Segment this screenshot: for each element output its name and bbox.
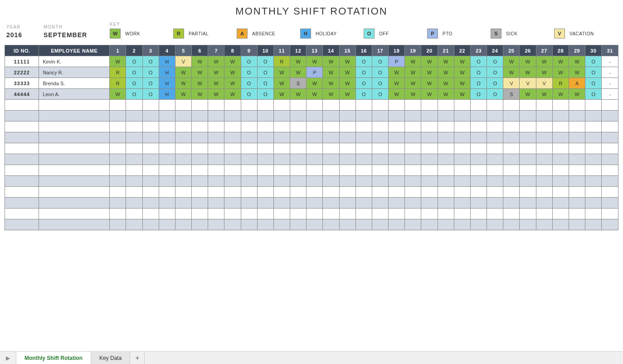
- cell-shift[interactable]: [339, 121, 355, 132]
- cell-shift[interactable]: O: [372, 67, 388, 78]
- cell-shift[interactable]: [503, 121, 520, 132]
- cell-shift[interactable]: W: [273, 89, 290, 100]
- cell-shift[interactable]: O: [470, 56, 487, 67]
- cell-shift[interactable]: [503, 100, 520, 111]
- cell-shift[interactable]: [290, 219, 307, 230]
- cell-shift[interactable]: [355, 176, 372, 187]
- cell-shift[interactable]: O: [487, 56, 503, 67]
- cell-shift[interactable]: [175, 111, 191, 121]
- year-value[interactable]: 2016: [6, 31, 44, 39]
- cell-shift[interactable]: [323, 111, 339, 121]
- cell-shift[interactable]: [307, 165, 323, 176]
- cell-id[interactable]: 33333: [5, 78, 39, 89]
- cell-shift[interactable]: [192, 219, 208, 230]
- cell-shift[interactable]: W: [290, 89, 307, 100]
- cell-shift[interactable]: [224, 176, 241, 187]
- cell-shift[interactable]: [372, 111, 388, 121]
- cell-shift[interactable]: [438, 132, 454, 143]
- cell-shift[interactable]: O: [142, 56, 159, 67]
- cell-shift[interactable]: [126, 143, 142, 154]
- cell-shift[interactable]: A: [569, 78, 585, 89]
- cell-shift[interactable]: W: [208, 67, 224, 78]
- cell-shift[interactable]: [339, 165, 355, 176]
- cell-shift[interactable]: [241, 219, 257, 230]
- cell-shift[interactable]: [503, 209, 520, 219]
- cell-shift[interactable]: [405, 176, 421, 187]
- cell-shift[interactable]: V: [175, 56, 191, 67]
- cell-shift[interactable]: [355, 154, 372, 165]
- cell-shift[interactable]: [273, 176, 290, 187]
- cell-shift[interactable]: -: [602, 56, 618, 67]
- cell-shift[interactable]: [257, 198, 273, 209]
- cell-shift[interactable]: [487, 132, 503, 143]
- cell-shift[interactable]: O: [372, 56, 388, 67]
- cell-shift[interactable]: [372, 121, 388, 132]
- cell-shift[interactable]: [454, 209, 470, 219]
- cell-shift[interactable]: [273, 143, 290, 154]
- cell-shift[interactable]: [602, 111, 618, 121]
- cell-shift[interactable]: [110, 143, 126, 154]
- cell-shift[interactable]: W: [192, 89, 208, 100]
- cell-shift[interactable]: H: [159, 67, 175, 78]
- cell-shift[interactable]: W: [503, 56, 520, 67]
- cell-shift[interactable]: [126, 187, 142, 198]
- cell-shift[interactable]: [585, 111, 602, 121]
- cell-shift[interactable]: O: [126, 56, 142, 67]
- cell-shift[interactable]: [224, 219, 241, 230]
- cell-shift[interactable]: W: [339, 56, 355, 67]
- cell-shift[interactable]: W: [224, 56, 241, 67]
- cell-shift[interactable]: W: [175, 78, 191, 89]
- cell-shift[interactable]: O: [126, 67, 142, 78]
- cell-shift[interactable]: [110, 209, 126, 219]
- cell-shift[interactable]: [159, 198, 175, 209]
- cell-shift[interactable]: [224, 121, 241, 132]
- cell-shift[interactable]: [175, 143, 191, 154]
- cell-shift[interactable]: [552, 111, 569, 121]
- cell-shift[interactable]: [503, 143, 520, 154]
- cell-shift[interactable]: [552, 219, 569, 230]
- cell-name[interactable]: [39, 209, 110, 219]
- cell-shift[interactable]: [355, 165, 372, 176]
- cell-shift[interactable]: [192, 100, 208, 111]
- cell-shift[interactable]: [536, 219, 552, 230]
- cell-shift[interactable]: [257, 165, 273, 176]
- cell-shift[interactable]: R: [273, 56, 290, 67]
- cell-shift[interactable]: [454, 111, 470, 121]
- cell-shift[interactable]: W: [323, 78, 339, 89]
- cell-shift[interactable]: [126, 154, 142, 165]
- cell-shift[interactable]: [175, 121, 191, 132]
- cell-shift[interactable]: [470, 187, 487, 198]
- tab-nav-icon[interactable]: ▶: [0, 352, 16, 364]
- cell-shift[interactable]: [290, 143, 307, 154]
- table-row[interactable]: [5, 187, 618, 198]
- cell-shift[interactable]: [569, 132, 585, 143]
- cell-shift[interactable]: -: [602, 67, 618, 78]
- cell-shift[interactable]: W: [536, 89, 552, 100]
- cell-shift[interactable]: V: [503, 78, 520, 89]
- rotation-table[interactable]: ID NO.EMPLOYEE NAME123456789101112131415…: [5, 45, 618, 230]
- cell-shift[interactable]: [142, 219, 159, 230]
- cell-shift[interactable]: S: [503, 89, 520, 100]
- cell-shift[interactable]: [142, 100, 159, 111]
- cell-shift[interactable]: [208, 176, 224, 187]
- cell-id[interactable]: [5, 187, 39, 198]
- cell-shift[interactable]: [339, 176, 355, 187]
- cell-shift[interactable]: W: [389, 78, 405, 89]
- cell-shift[interactable]: [389, 219, 405, 230]
- cell-shift[interactable]: [192, 143, 208, 154]
- cell-shift[interactable]: O: [470, 78, 487, 89]
- cell-shift[interactable]: [290, 154, 307, 165]
- cell-shift[interactable]: [307, 219, 323, 230]
- cell-name[interactable]: [39, 198, 110, 209]
- cell-shift[interactable]: W: [273, 67, 290, 78]
- cell-shift[interactable]: [569, 111, 585, 121]
- cell-shift[interactable]: [520, 154, 536, 165]
- cell-name[interactable]: Kevin K.: [39, 56, 110, 67]
- cell-shift[interactable]: [192, 176, 208, 187]
- cell-name[interactable]: [39, 100, 110, 111]
- cell-shift[interactable]: [142, 132, 159, 143]
- cell-shift[interactable]: [372, 154, 388, 165]
- cell-shift[interactable]: [454, 132, 470, 143]
- cell-shift[interactable]: [208, 132, 224, 143]
- cell-shift[interactable]: [307, 143, 323, 154]
